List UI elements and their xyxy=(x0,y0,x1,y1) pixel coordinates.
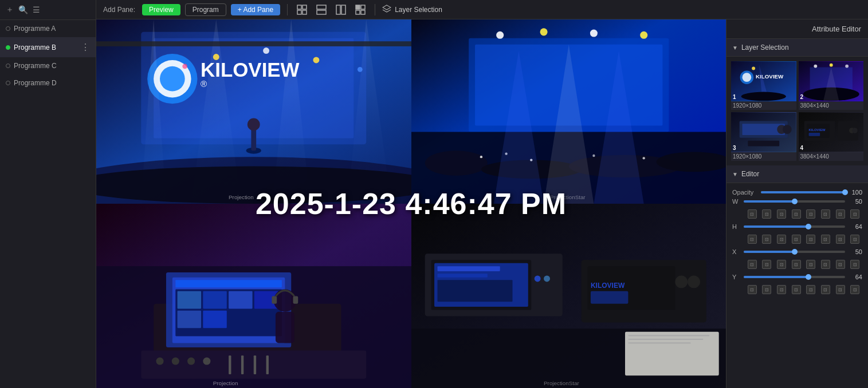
svg-rect-90 xyxy=(437,274,487,278)
svg-rect-68 xyxy=(178,311,201,328)
layer-selection-section-header[interactable]: ▼ Layer Selection xyxy=(726,39,868,57)
y-icon-4[interactable]: ⊡ xyxy=(792,285,801,294)
x-icon-8[interactable]: ⊡ xyxy=(850,260,859,269)
y-icon-7[interactable]: ⊡ xyxy=(836,285,845,294)
h-icon-4[interactable]: ⊡ xyxy=(792,235,801,244)
x-icon-1[interactable]: ⊡ xyxy=(748,260,757,269)
w-icon-8[interactable]: ⊡ xyxy=(850,209,859,219)
programme-a-label: Programme A xyxy=(14,25,90,33)
y-icon-6[interactable]: ⊡ xyxy=(821,285,830,294)
h-icon-8[interactable]: ⊡ xyxy=(850,235,859,244)
layout-icon-4[interactable] xyxy=(353,3,368,16)
svg-text:Projection: Projection xyxy=(213,380,238,386)
w-slider[interactable] xyxy=(744,200,845,203)
svg-text:Projection: Projection xyxy=(229,194,254,200)
layout-icon-1[interactable] xyxy=(294,3,309,16)
y-icon-1[interactable]: ⊡ xyxy=(748,285,757,294)
svg-point-117 xyxy=(845,65,849,68)
svg-rect-66 xyxy=(229,291,252,309)
layers-icon xyxy=(382,5,391,14)
h-icon-6[interactable]: ⊡ xyxy=(821,235,830,244)
w-slider-row: W 50 xyxy=(732,198,862,205)
editor-section-header[interactable]: ▼ Editor xyxy=(726,165,868,183)
svg-rect-0 xyxy=(297,5,301,9)
layer-thumb-1[interactable]: KILOVIEW 1 1920×1080 xyxy=(731,61,796,110)
layout-icon-2[interactable] xyxy=(314,3,329,16)
editor-collapse-icon: ▼ xyxy=(732,171,738,177)
layer-thumb-2[interactable]: 2 3804×1440 xyxy=(799,61,864,110)
thumb-1-label: 1 xyxy=(733,94,736,100)
programme-c-label: Programme C xyxy=(14,62,90,70)
w-icon-3[interactable]: ⊡ xyxy=(777,209,786,219)
add-icon[interactable]: ＋ xyxy=(6,5,14,15)
sidebar: ＋ 🔍 ☰ Programme A Programme B ⋮ Programm… xyxy=(0,0,96,388)
right-panel: Attribute Editor ▼ Layer Selection xyxy=(726,19,868,388)
svg-point-52 xyxy=(496,31,504,39)
sidebar-item-programme-a[interactable]: Programme A xyxy=(0,20,96,37)
w-icon-4[interactable]: ⊡ xyxy=(792,209,801,219)
svg-rect-77 xyxy=(254,355,256,374)
layer-thumb-3[interactable]: 3 1920×1080 xyxy=(731,112,796,161)
layer-selection-section-title: Layer Selection xyxy=(741,43,789,52)
svg-rect-9 xyxy=(361,5,365,9)
preview-button[interactable]: Preview xyxy=(142,4,180,15)
w-icon-5[interactable]: ⊡ xyxy=(806,209,815,219)
sidebar-item-programme-d[interactable]: Programme D xyxy=(0,74,96,92)
h-icon-3[interactable]: ⊡ xyxy=(777,235,786,244)
svg-point-107 xyxy=(743,73,752,82)
svg-rect-2 xyxy=(297,10,301,14)
h-icons-row: ⊡ ⊡ ⊡ ⊡ ⊡ ⊡ ⊡ ⊡ xyxy=(745,232,862,247)
x-icons-row: ⊡ ⊡ ⊡ ⊡ ⊡ ⊡ ⊡ ⊡ xyxy=(745,258,862,272)
more-options-icon[interactable]: ⋮ xyxy=(81,42,90,53)
sidebar-item-programme-c[interactable]: Programme C xyxy=(0,57,96,74)
svg-point-31 xyxy=(263,47,269,54)
y-icon-8[interactable]: ⊡ xyxy=(850,285,859,294)
w-icon-1[interactable]: ⊡ xyxy=(748,209,757,219)
sidebar-item-programme-b[interactable]: Programme B ⋮ xyxy=(0,37,96,57)
svg-rect-101 xyxy=(628,335,709,336)
y-icon-3[interactable]: ⊡ xyxy=(777,285,786,294)
w-label: W xyxy=(732,198,744,205)
w-icon-7[interactable]: ⊡ xyxy=(836,209,845,219)
svg-rect-102 xyxy=(628,339,703,340)
layer-thumb-4[interactable]: KILOVIEW 4 3804×1440 xyxy=(799,112,864,161)
editor-section: Opacity 100 W 50 ⊡ xyxy=(726,183,868,303)
w-icons-row: ⊡ ⊡ ⊡ ⊡ ⊡ ⊡ ⊡ ⊡ xyxy=(745,207,862,222)
w-icon-2[interactable]: ⊡ xyxy=(762,209,771,219)
svg-rect-1 xyxy=(303,5,307,9)
y-slider[interactable] xyxy=(744,276,845,278)
h-icon-5[interactable]: ⊡ xyxy=(806,235,815,244)
add-pane-button[interactable]: + Add Pane xyxy=(231,4,280,15)
svg-text:KILOVIEW: KILOVIEW xyxy=(808,128,825,132)
w-icon-6[interactable]: ⊡ xyxy=(821,209,830,219)
h-slider[interactable] xyxy=(744,225,845,228)
svg-point-48 xyxy=(642,157,645,159)
menu-icon[interactable]: ☰ xyxy=(33,5,40,14)
opacity-slider[interactable] xyxy=(761,191,845,193)
y-icon-5[interactable]: ⊡ xyxy=(806,285,815,294)
svg-point-29 xyxy=(248,118,260,130)
x-icon-4[interactable]: ⊡ xyxy=(792,260,801,269)
svg-point-18 xyxy=(160,66,185,92)
x-icon-2[interactable]: ⊡ xyxy=(762,260,771,269)
y-icon-2[interactable]: ⊡ xyxy=(762,285,771,294)
program-button[interactable]: Program xyxy=(185,3,226,16)
svg-point-111 xyxy=(741,92,786,101)
x-slider-row: X 50 xyxy=(732,248,862,255)
h-icon-1[interactable]: ⊡ xyxy=(748,235,757,244)
video-cell-3: Projection xyxy=(96,204,411,388)
svg-point-93 xyxy=(544,276,550,282)
svg-point-55 xyxy=(640,31,647,39)
search-icon[interactable]: 🔍 xyxy=(18,5,28,14)
x-slider[interactable] xyxy=(744,251,845,253)
h-icon-7[interactable]: ⊡ xyxy=(836,235,845,244)
x-icon-3[interactable]: ⊡ xyxy=(777,260,786,269)
x-icon-5[interactable]: ⊡ xyxy=(806,260,815,269)
svg-rect-89 xyxy=(437,266,500,271)
h-icon-2[interactable]: ⊡ xyxy=(762,235,771,244)
svg-rect-25 xyxy=(96,41,411,46)
svg-point-71 xyxy=(156,358,163,365)
x-icon-7[interactable]: ⊡ xyxy=(836,260,845,269)
x-icon-6[interactable]: ⊡ xyxy=(821,260,830,269)
layout-icon-3[interactable] xyxy=(333,3,348,16)
